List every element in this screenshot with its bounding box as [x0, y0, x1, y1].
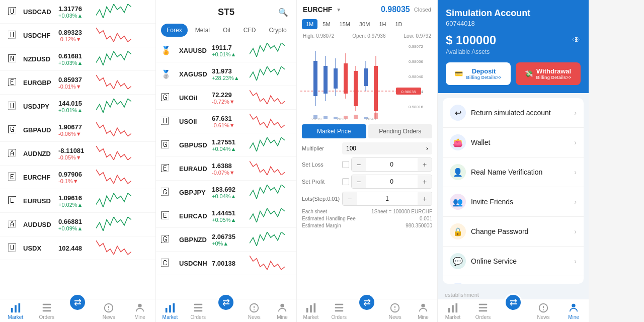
currency-item[interactable]: 🇺 USDX 102.448: [0, 236, 155, 260]
currency-item[interactable]: 🇦 AUDUSD 0.66881 +0.09%▲: [0, 213, 155, 236]
panel3-nav-orders[interactable]: Orders: [325, 302, 353, 320]
currency-item[interactable]: 🇺 USDJPY 144.015 +0.01%▲: [0, 95, 155, 118]
panel2-nav-market[interactable]: Market: [156, 302, 184, 320]
currency-item[interactable]: 🇳 NZDUSD 0.61681 +0.03%▲: [0, 47, 155, 71]
currency-item[interactable]: 🇺 USDCAD 1.31776 +0.03%▲: [0, 0, 155, 24]
set-loss-checkbox[interactable]: [342, 161, 349, 168]
menu-item-1[interactable]: 👛 Wallet ›: [443, 128, 584, 157]
panel2-nav-mine[interactable]: Mine: [268, 302, 296, 320]
balance-eye-icon[interactable]: 👁: [573, 36, 581, 45]
set-profit-minus[interactable]: −: [352, 175, 366, 188]
st5-list-item[interactable]: 🏅 XAUUSD 1911.7 +0.01%▲: [156, 39, 296, 62]
time-tab-1d[interactable]: 1D: [391, 19, 406, 29]
svg-point-71: [572, 304, 575, 307]
time-tab-5m[interactable]: 5M: [318, 19, 334, 29]
svg-point-9: [138, 304, 141, 307]
svg-rect-4: [42, 307, 51, 308]
panel2-bottom-nav: Market Orders ⇄ News Mine: [156, 299, 296, 322]
time-tab-30m[interactable]: 30M: [355, 19, 374, 29]
panel2-nav-swap[interactable]: ⇄: [212, 302, 240, 320]
panel-account: Simulation Account 60744018 $ 100000 👁 A…: [438, 0, 589, 322]
st5-list-item[interactable]: 🇨 USDCNH 7.00138: [156, 252, 296, 275]
menu-item-5[interactable]: 💬 Online Service ›: [443, 247, 584, 276]
menu-item-6[interactable]: 🌐 Language ›: [443, 276, 584, 284]
st5-list-item[interactable]: 🇬 GBPJPY 183.692 +0.04%▲: [156, 181, 296, 204]
currency-flag: 🇦: [5, 219, 19, 229]
set-loss-minus[interactable]: −: [352, 158, 366, 171]
currency-item[interactable]: 🇪 EURCHF 0.97906 -0.1%▼: [0, 166, 155, 189]
panel2-nav-orders[interactable]: Orders: [184, 302, 212, 320]
svg-rect-56: [335, 307, 343, 308]
panel4-nav-orders[interactable]: Orders: [468, 302, 498, 320]
currency-chart: [96, 146, 150, 161]
st5-list-item[interactable]: 🇬 GBPNZD 2.06735 +0%▲: [156, 228, 296, 252]
panel2-nav-news[interactable]: News: [240, 302, 268, 320]
currency-item[interactable]: 🇺 USDCHF 0.89323 -0.12%▼: [0, 24, 155, 47]
currency-name: EURUSD: [23, 197, 58, 205]
st5-tab-crypto[interactable]: Crypto: [263, 24, 292, 37]
st5-tab-metal[interactable]: Metal: [190, 24, 215, 37]
currency-chart: [96, 28, 150, 43]
time-tab-15m[interactable]: 15M: [336, 19, 354, 29]
time-tab-1m[interactable]: 1M: [302, 19, 317, 29]
svg-text:20:43: 20:43: [366, 117, 376, 121]
st5-tab-forex[interactable]: Forex: [161, 24, 188, 37]
set-profit-plus[interactable]: +: [418, 175, 432, 188]
currency-flag: 🇦: [5, 148, 19, 158]
set-loss-plus[interactable]: +: [418, 158, 432, 171]
panel1-nav-news[interactable]: News: [93, 302, 124, 320]
menu-item-4[interactable]: 🔒 Change Password ›: [443, 217, 584, 247]
withdrawal-button[interactable]: 💸 Withdrawal Billing Details>>: [516, 62, 581, 85]
chart-dropdown-icon[interactable]: ▼: [336, 7, 341, 13]
st5-search-icon[interactable]: 🔍: [278, 8, 288, 17]
market-price-tab[interactable]: Market Price: [302, 124, 366, 138]
panel4-nav-market[interactable]: Market: [438, 302, 468, 320]
st5-list-item[interactable]: 🇬 GBPUSD 1.27551 +0.04%▲: [156, 133, 296, 157]
panel1-nav-orders[interactable]: Orders: [31, 302, 62, 320]
currency-name: EURCHF: [23, 174, 58, 181]
multiplier-selector[interactable]: 100 ›: [342, 142, 432, 154]
set-profit-checkbox[interactable]: [342, 178, 349, 185]
st5-tab-cfd[interactable]: CFD: [238, 24, 262, 37]
panel3-nav-mine[interactable]: Mine: [409, 302, 437, 320]
set-loss-label: Set Loss: [302, 162, 342, 168]
st5-list-item[interactable]: 🇬 UKOil 72.229 -0.72%▼: [156, 86, 296, 110]
menu-item-2[interactable]: 👤 Real Name Verification ›: [443, 157, 584, 187]
panel1-nav-market[interactable]: Market: [0, 302, 31, 320]
panel3-nav-news[interactable]: News: [381, 302, 409, 320]
currency-item[interactable]: 🇪 EURUSD 1.09616 +0.02%▲: [0, 189, 155, 213]
st5-list-item[interactable]: 🥈 XAGUSD 31.973 +28.23%▲: [156, 62, 296, 86]
st5-list-item[interactable]: 🇺 USOil 67.631 -0.61%▼: [156, 110, 296, 133]
menu-item-chevron: ›: [574, 109, 577, 117]
menu-item-0[interactable]: ↩ Return simulated account ›: [443, 98, 584, 128]
currency-item[interactable]: 🇬 GBPAUD 1.90677 -0.06%▼: [0, 118, 155, 142]
currency-item[interactable]: 🇪 EURGBP 0.85937 -0.01%▼: [0, 71, 155, 95]
panel4-nav-mine[interactable]: Mine: [558, 302, 589, 320]
menu-item-3[interactable]: 👥 Invite Friends ›: [443, 187, 584, 217]
lots-plus[interactable]: +: [418, 192, 432, 205]
panel4-nav-swap[interactable]: ⇄: [498, 302, 528, 320]
st5-price: 1.44451: [212, 209, 250, 217]
svg-text:20:31: 20:31: [337, 117, 347, 121]
st5-tab-oil[interactable]: Oil: [217, 24, 236, 37]
st5-change: +0.01%▲: [212, 51, 250, 57]
currency-item[interactable]: 🇦 AUDNZD -8.11081 -0.05%▼: [0, 142, 155, 166]
pending-orders-tab[interactable]: Pending Orders: [368, 124, 433, 138]
menu-item-icon: 👥: [450, 194, 466, 210]
panel1-nav-mine[interactable]: Mine: [124, 302, 155, 320]
deposit-button[interactable]: 💳 Deposit Billing Details>>: [446, 62, 511, 85]
panel1-nav-swap[interactable]: ⇄: [62, 302, 94, 320]
account-balance: $ 100000: [446, 33, 496, 47]
lots-minus[interactable]: −: [343, 192, 357, 205]
st5-list-item[interactable]: 🇪 EURAUD 1.6388 -0.07%▼: [156, 157, 296, 181]
panel3-nav-market[interactable]: Market: [297, 302, 325, 320]
handling-fee-info: Estimated Handling Fee 0.001: [302, 216, 432, 221]
st5-price: 31.973: [212, 67, 250, 75]
st5-list-item[interactable]: 🇪 EURCAD 1.44451 +0.05%▲: [156, 204, 296, 228]
panel4-nav-news[interactable]: News: [528, 302, 558, 320]
currency-change: +0.09%▲: [58, 225, 96, 231]
time-tab-1h[interactable]: 1H: [375, 19, 390, 29]
currency-change: -0.05%▼: [58, 154, 96, 160]
panel3-nav-swap[interactable]: ⇄: [353, 302, 381, 320]
panel4-nav-mine-label: Mine: [568, 314, 579, 320]
